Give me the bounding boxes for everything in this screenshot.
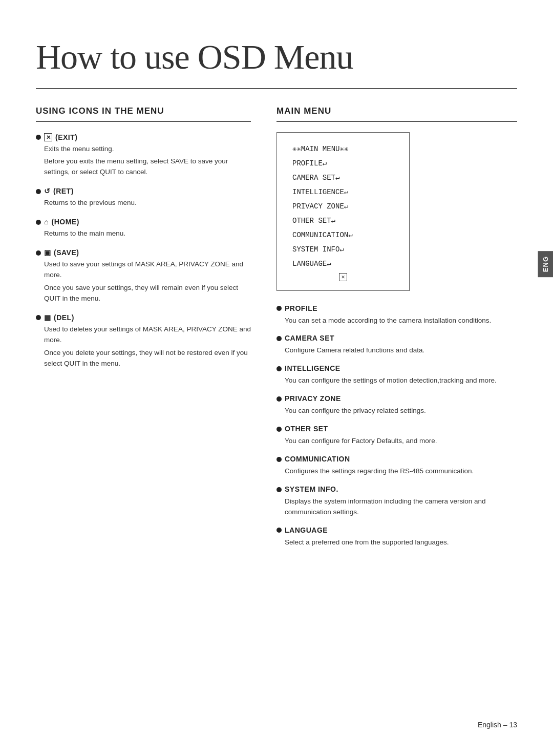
bullet-communication — [276, 457, 282, 462]
system-info-title: SYSTEM INFO. — [276, 484, 517, 495]
icon-section-home: ⌂ (HOME) Returns to the main menu. — [36, 217, 251, 239]
other-set-title: OTHER SET — [276, 424, 517, 434]
camera-set-title: CAMERA SET — [276, 333, 517, 344]
bullet-ret — [36, 189, 41, 194]
left-section-divider — [36, 121, 251, 122]
menu-line-intelligence: INTELLIGENCE↵ — [292, 185, 394, 199]
exit-icon: ✕ — [44, 133, 52, 141]
language-label: LANGUAGE — [285, 525, 328, 536]
menu-close-icon: ✕ — [292, 273, 394, 281]
profile-label: PROFILE — [285, 303, 317, 314]
intelligence-title: INTELLIGENCE — [276, 363, 517, 374]
bullet-home — [36, 220, 41, 225]
menu-item-camera-set: CAMERA SET Configure Camera related func… — [276, 333, 517, 356]
page-footer: English – 13 — [478, 720, 517, 730]
other-set-desc: You can configure for Factory Defaults, … — [285, 436, 517, 447]
home-label: ⌂ (HOME) — [36, 217, 251, 227]
privacy-zone-desc: You can configure the privacy related se… — [285, 406, 517, 416]
profile-desc: You can set a mode according to the came… — [285, 316, 517, 326]
right-column: MAIN MENU ✳✳MAIN MENU✳✳ PROFILE↵ CAMERA … — [276, 104, 517, 555]
home-desc: Returns to the main menu. — [44, 228, 251, 239]
home-icon: ⌂ — [44, 217, 48, 227]
menu-item-privacy-zone: PRIVACY ZONE You can configure the priva… — [276, 393, 517, 416]
system-info-desc: Displays the system information includin… — [285, 496, 517, 518]
del-icon: ▦ — [44, 312, 51, 323]
menu-line-header: ✳✳MAIN MENU✳✳ — [292, 142, 394, 156]
ret-icon: ↺ — [44, 186, 50, 197]
menu-line-communication: COMMUNICATION↵ — [292, 228, 394, 242]
menu-item-language: LANGUAGE Select a preferred one from the… — [276, 525, 517, 548]
eng-tab: ENG — [538, 251, 554, 277]
menu-item-intelligence: INTELLIGENCE You can configure the setti… — [276, 363, 517, 386]
left-column: USING ICONS IN THE MENU ✕ (EXIT) Exits t… — [36, 104, 251, 555]
intelligence-label: INTELLIGENCE — [285, 363, 341, 374]
menu-box: ✳✳MAIN MENU✳✳ PROFILE↵ CAMERA SET↵ INTEL… — [276, 132, 410, 291]
privacy-zone-title: PRIVACY ZONE — [276, 393, 517, 404]
communication-label: COMMUNICATION — [285, 454, 350, 465]
intelligence-desc: You can configure the settings of motion… — [285, 375, 517, 386]
icon-section-ret: ↺ (RET) Returns to the previous menu. — [36, 186, 251, 208]
exit-desc-2: Before you exits the menu setting, selec… — [44, 156, 251, 178]
icon-section-del: ▦ (DEL) Used to deletes your settings of… — [36, 312, 251, 369]
bullet-other-set — [276, 427, 282, 432]
del-desc-2: Once you delete your settings, they will… — [44, 348, 251, 369]
ret-label: ↺ (RET) — [36, 186, 251, 197]
menu-line-other: OTHER SET↵ — [292, 214, 394, 228]
exit-desc-1: Exits the menu setting. — [44, 144, 251, 155]
menu-line-language: LANGUAGE↵ — [292, 257, 394, 271]
system-info-label: SYSTEM INFO. — [285, 484, 338, 495]
page-title: How to use OSD Menu — [36, 31, 517, 83]
right-section-divider — [276, 121, 517, 122]
save-desc-1: Used to save your settings of MASK AREA,… — [44, 259, 251, 281]
top-divider — [36, 88, 517, 89]
camera-set-label: CAMERA SET — [285, 333, 334, 344]
menu-line-privacy: PRIVACY ZONE↵ — [292, 199, 394, 214]
communication-desc: Configures the settings regarding the RS… — [285, 466, 517, 477]
left-section-heading: USING ICONS IN THE MENU — [36, 104, 251, 118]
ret-text: (RET) — [53, 186, 74, 197]
icon-section-exit: ✕ (EXIT) Exits the menu setting. Before … — [36, 132, 251, 178]
menu-item-other-set: OTHER SET You can configure for Factory … — [276, 424, 517, 447]
menu-line-camera: CAMERA SET↵ — [292, 171, 394, 185]
menu-line-sysinfo: SYSTEM INFO↵ — [292, 242, 394, 257]
save-label: ▣ (SAVE) — [36, 247, 251, 258]
del-desc-1: Used to deletes your settings of MASK AR… — [44, 324, 251, 346]
home-text: (HOME) — [51, 217, 79, 227]
bullet-language — [276, 528, 282, 533]
menu-item-system-info: SYSTEM INFO. Displays the system informa… — [276, 484, 517, 518]
bullet-profile — [276, 306, 282, 311]
right-section-heading: MAIN MENU — [276, 104, 517, 118]
camera-set-desc: Configure Camera related functions and d… — [285, 345, 517, 356]
menu-line-profile: PROFILE↵ — [292, 156, 394, 171]
save-icon: ▣ — [44, 247, 51, 258]
bullet-save — [36, 250, 41, 256]
exit-label: ✕ (EXIT) — [36, 132, 251, 143]
del-label: ▦ (DEL) — [36, 312, 251, 323]
bullet-exit — [36, 135, 41, 140]
icon-section-save: ▣ (SAVE) Used to save your settings of M… — [36, 247, 251, 304]
save-desc-2: Once you save your settings, they will r… — [44, 283, 251, 304]
menu-item-profile: PROFILE You can set a mode according to … — [276, 303, 517, 326]
bullet-system-info — [276, 487, 282, 492]
del-text: (DEL) — [54, 312, 74, 323]
bullet-privacy-zone — [276, 396, 282, 402]
menu-x-icon: ✕ — [339, 273, 347, 281]
menu-item-communication: COMMUNICATION Configures the settings re… — [276, 454, 517, 477]
bullet-intelligence — [276, 366, 282, 371]
ret-desc: Returns to the previous menu. — [44, 198, 251, 208]
other-set-label: OTHER SET — [285, 424, 328, 434]
profile-title: PROFILE — [276, 303, 517, 314]
language-title: LANGUAGE — [276, 525, 517, 536]
save-text: (SAVE) — [54, 247, 79, 258]
bullet-del — [36, 315, 41, 320]
exit-text: (EXIT) — [55, 132, 77, 143]
communication-title: COMMUNICATION — [276, 454, 517, 465]
privacy-zone-label: PRIVACY ZONE — [285, 393, 341, 404]
content-columns: USING ICONS IN THE MENU ✕ (EXIT) Exits t… — [36, 104, 517, 555]
language-desc: Select a preferred one from the supporte… — [285, 537, 517, 548]
bullet-camera-set — [276, 336, 282, 341]
